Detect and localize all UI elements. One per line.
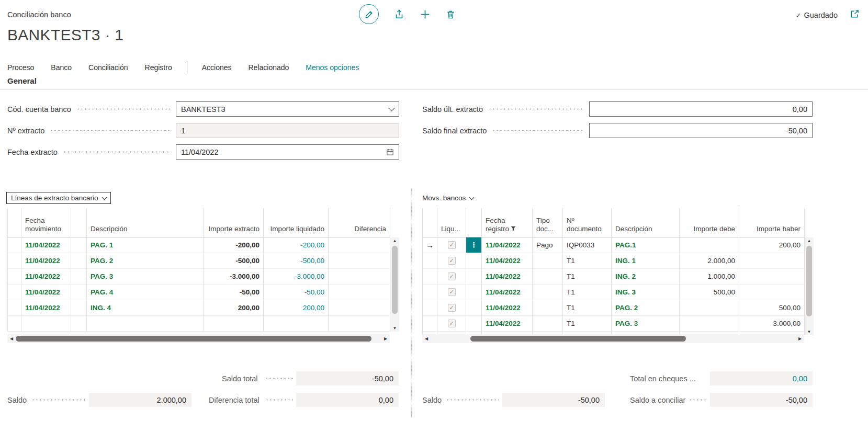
cell-empty[interactable] xyxy=(204,316,264,332)
scroll-down-icon[interactable]: ▼ xyxy=(805,330,814,334)
cell-importe-extracto[interactable]: -3.000,00 xyxy=(204,269,264,285)
cell-fecha-registro[interactable]: 11/04/2022 xyxy=(482,253,533,269)
col-importe-debe[interactable]: Importe debe xyxy=(680,208,739,237)
statement-lines-hscrollbar[interactable]: ◀ ▶ xyxy=(7,334,390,343)
scrollbar-thumb[interactable] xyxy=(392,246,398,314)
cell-descripcion[interactable]: PAG.1 xyxy=(612,237,680,253)
liquidado-checkbox[interactable] xyxy=(448,304,456,312)
cell-importe-haber[interactable]: 200,00 xyxy=(739,237,805,253)
cell-importe-extracto[interactable]: -50,00 xyxy=(204,285,264,300)
cell-tipo-doc[interactable] xyxy=(533,285,563,300)
cell-no-documento[interactable]: T1 xyxy=(563,300,612,316)
cell-descripcion[interactable]: PAG. 2 xyxy=(87,253,204,269)
cell-importe-extracto[interactable]: -500,00 xyxy=(204,253,264,269)
cell-importe-debe[interactable]: 1.000,00 xyxy=(680,269,739,285)
statement-lines-vscrollbar[interactable]: ▲ ▼ xyxy=(390,237,399,332)
cell-fecha-registro[interactable]: 11/04/2022 xyxy=(482,269,533,285)
col-descripcion[interactable]: Descripción xyxy=(612,208,680,237)
row-options-icon[interactable]: ⋮ xyxy=(466,237,482,253)
cell-tipo-doc[interactable] xyxy=(533,269,563,285)
bank-ledger-hscrollbar[interactable]: ◀ ▶ xyxy=(422,334,804,343)
cell-importe-haber[interactable]: 3.000,00 xyxy=(739,316,805,332)
cell-fecha-registro[interactable]: 11/04/2022 xyxy=(482,300,533,316)
cell-diferencia[interactable] xyxy=(329,300,390,316)
col-diferencia[interactable]: Diferencia xyxy=(329,208,390,237)
share-icon[interactable] xyxy=(394,9,404,19)
col-importe-extracto[interactable]: Importe extracto xyxy=(204,208,264,237)
cell-tipo-doc[interactable]: Pago xyxy=(533,237,563,253)
liquidado-checkbox[interactable] xyxy=(448,241,456,249)
menu-banco[interactable]: Banco xyxy=(42,63,80,72)
statement-lines-caption[interactable]: Líneas de extracto bancario xyxy=(6,192,111,204)
cell-fecha[interactable]: 11/04/2022 xyxy=(21,285,71,300)
cell-importe-debe[interactable]: 500,00 xyxy=(680,285,739,300)
liquidado-checkbox[interactable] xyxy=(448,288,456,296)
cell-diferencia[interactable] xyxy=(329,269,390,285)
col-importe-haber[interactable]: Importe haber xyxy=(739,208,805,237)
menu-proceso[interactable]: Proceso xyxy=(7,63,42,72)
menu-menos-opciones[interactable]: Menos opciones xyxy=(297,63,367,72)
cell-descripcion[interactable]: ING. 3 xyxy=(612,285,680,300)
cell-importe-liquidado[interactable]: -500,00 xyxy=(264,253,329,269)
cell-no-documento[interactable]: T1 xyxy=(563,269,612,285)
cell-importe-haber[interactable] xyxy=(739,285,805,300)
col-fecha-movimiento[interactable]: Fecha movimiento xyxy=(21,208,71,237)
liquidado-checkbox[interactable] xyxy=(448,320,456,327)
calendar-icon[interactable] xyxy=(386,148,394,156)
cell-descripcion[interactable]: PAG. 4 xyxy=(87,285,204,300)
chevron-down-icon[interactable] xyxy=(388,105,395,111)
bank-ledger-caption[interactable]: Movs. bancos xyxy=(422,194,474,202)
cell-fecha[interactable]: 11/04/2022 xyxy=(21,237,71,253)
cell-descripcion[interactable]: ING. 2 xyxy=(612,269,680,285)
scroll-left-icon[interactable]: ◀ xyxy=(422,334,431,343)
cell-importe-haber[interactable] xyxy=(739,269,805,285)
liquidado-checkbox[interactable] xyxy=(448,257,456,265)
liquidado-checkbox[interactable] xyxy=(448,272,456,280)
col-tipo-doc[interactable]: Tipo doc... xyxy=(533,208,563,237)
scroll-down-icon[interactable]: ▼ xyxy=(390,326,399,331)
cell-importe-extracto[interactable]: 200,00 xyxy=(204,300,264,316)
cell-importe-extracto[interactable]: -200,00 xyxy=(204,237,264,253)
cell-diferencia[interactable] xyxy=(329,237,390,253)
cell-fecha-registro[interactable]: 11/04/2022 xyxy=(482,316,533,332)
cell-no-documento[interactable]: T1 xyxy=(563,285,612,300)
scrollbar-thumb[interactable] xyxy=(16,336,371,342)
cell-importe-liquidado[interactable]: -3.000,00 xyxy=(264,269,329,285)
cell-importe-liquidado[interactable]: -200,00 xyxy=(264,237,329,253)
cell-importe-debe[interactable] xyxy=(680,300,739,316)
cell-importe-debe[interactable] xyxy=(680,237,739,253)
open-window-icon[interactable] xyxy=(850,9,860,20)
cell-descripcion[interactable]: PAG. 3 xyxy=(612,316,680,332)
cell-tipo-doc[interactable] xyxy=(533,253,563,269)
cell-no-documento[interactable]: T1 xyxy=(563,253,612,269)
cell-descripcion[interactable]: ING. 1 xyxy=(612,253,680,269)
cell-importe-debe[interactable]: 2.000,00 xyxy=(680,253,739,269)
cell-empty[interactable] xyxy=(329,316,390,332)
delete-icon[interactable] xyxy=(446,9,456,19)
balance-last-field[interactable]: 0,00 xyxy=(589,101,813,117)
cell-importe-liquidado[interactable]: 200,00 xyxy=(264,300,329,316)
cell-no-documento[interactable]: T1 xyxy=(563,316,612,332)
statement-date-field[interactable]: 11/04/2022 xyxy=(176,144,399,160)
menu-relacionado[interactable]: Relacionado xyxy=(240,63,298,72)
col-fecha-registro[interactable]: Fecha registro xyxy=(482,208,533,237)
cell-diferencia[interactable] xyxy=(329,253,390,269)
cell-fecha-registro[interactable]: 11/04/2022 xyxy=(482,237,533,253)
add-icon[interactable] xyxy=(420,9,431,20)
scroll-up-icon[interactable]: ▲ xyxy=(805,238,814,243)
scroll-right-icon[interactable]: ▶ xyxy=(796,334,804,343)
menu-acciones[interactable]: Acciones xyxy=(194,63,240,72)
section-general-title[interactable]: General xyxy=(7,76,37,85)
scrollbar-thumb[interactable] xyxy=(470,336,686,342)
cell-empty[interactable] xyxy=(21,316,71,332)
scroll-right-icon[interactable]: ▶ xyxy=(381,334,390,343)
col-liquidado[interactable]: Liqu... xyxy=(437,208,466,237)
cell-importe-debe[interactable] xyxy=(680,316,739,332)
col-no-documento[interactable]: Nº documento xyxy=(563,208,612,237)
scrollbar-thumb[interactable] xyxy=(806,246,812,316)
cell-importe-haber[interactable] xyxy=(739,253,805,269)
total-cheques-value[interactable]: 0,00 xyxy=(710,371,813,385)
ending-balance-field[interactable]: -50,00 xyxy=(589,123,813,138)
cell-fecha[interactable]: 11/04/2022 xyxy=(21,253,71,269)
col-importe-liquidado[interactable]: Importe liquidado xyxy=(264,208,329,237)
